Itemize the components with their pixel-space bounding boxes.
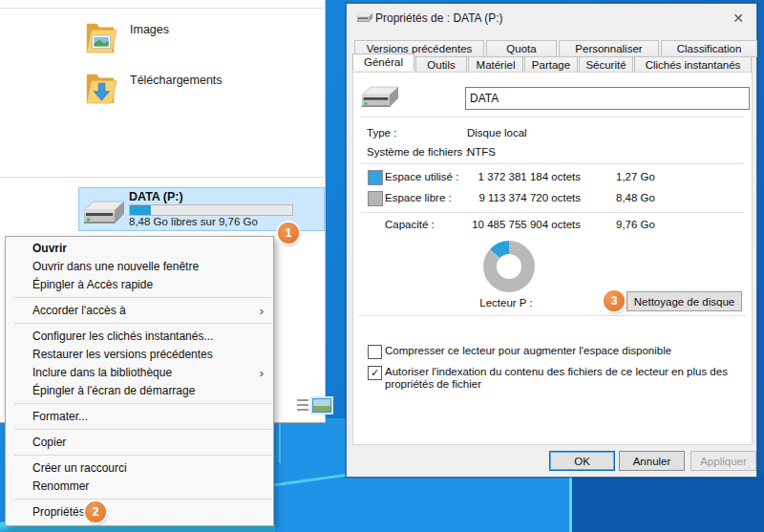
menu-item-copier[interactable]: Copier [6, 434, 273, 452]
submenu-arrow-icon: › [260, 302, 264, 320]
desktop-wallpaper-dark-pane [571, 475, 764, 532]
compress-checkbox-label: Compresser ce lecteur pour augmenter l'e… [385, 345, 671, 356]
details-view-icon[interactable] [297, 399, 308, 412]
view-mode-toggles [297, 398, 331, 413]
windows-desktop: Images Téléchargements DATA (P:) 8,48 Go… [0, 0, 764, 532]
explorer-group-divider [0, 177, 324, 178]
tab-general[interactable]: Général [352, 53, 414, 71]
used-space-size: 1,27 Go [616, 171, 655, 182]
menu-item-label: Épingler à Accès rapide [32, 278, 153, 291]
folder-item-images[interactable]: Images [84, 17, 169, 55]
menu-item-formater[interactable]: Formater... [6, 408, 273, 426]
folder-label: Images [130, 17, 169, 36]
section-divider [361, 212, 744, 213]
menu-item-label: Restaurer les versions précédentes [32, 348, 213, 361]
menu-item-ouvrir-nouvelle-fenetre[interactable]: Ouvrir dans une nouvelle fenêtre [6, 258, 273, 276]
drive-icon-small [356, 12, 373, 23]
capacity-size: 9,76 Go [616, 219, 655, 230]
compress-checkbox[interactable] [368, 345, 382, 359]
desktop-logo-edge-short [279, 423, 281, 463]
close-icon[interactable]: ✕ [728, 9, 749, 28]
tab-page-general: Type : Disque local Système de fichiers … [352, 72, 753, 445]
menu-item-label: Créer un raccourci [32, 461, 127, 475]
images-folder-icon [84, 17, 118, 55]
free-space-label: Espace libre : [385, 192, 452, 203]
folder-label: Téléchargements [130, 68, 223, 87]
menu-item-proprietes[interactable]: Propriétés [6, 503, 273, 521]
folder-item-telechargements[interactable]: Téléchargements [84, 68, 223, 106]
used-space-fill [130, 205, 151, 215]
menu-item-configurer-cliches[interactable]: Configurer les clichés instantanés... [6, 328, 273, 346]
free-space-size: 8,48 Go [616, 192, 655, 203]
tab-quota[interactable]: Quota [486, 40, 557, 57]
section-divider [361, 163, 744, 164]
menu-item-creer-raccourci[interactable]: Créer un raccourci [6, 459, 273, 478]
index-checkbox-label: Autoriser l'indexation du contenu des fi… [385, 366, 746, 391]
menu-separator [14, 323, 271, 324]
menu-item-label: Ouvrir [32, 242, 67, 255]
menu-separator [14, 403, 271, 404]
annotation-badge-3: 3 [604, 290, 625, 311]
capacity-bytes: 10 485 755 904 octets [449, 219, 581, 230]
drive-letter-label: Lecteur P : [454, 297, 559, 309]
menu-item-epingler-demarrage[interactable]: Épingler à l'écran de démarrage [6, 382, 273, 400]
menu-separator [14, 499, 271, 500]
menu-item-accorder-acces[interactable]: Accorder l'accès à› [6, 302, 273, 320]
menu-item-restaurer-versions[interactable]: Restaurer les versions précédentes [6, 346, 273, 364]
free-space-bar [129, 204, 293, 216]
menu-separator [14, 455, 271, 456]
menu-item-ouvrir[interactable]: Ouvrir [6, 240, 273, 258]
menu-item-label: Propriétés [32, 505, 85, 519]
submenu-arrow-icon: › [260, 364, 264, 382]
tab-classification[interactable]: Classification [661, 40, 757, 57]
dialog-title: Propriétés de : DATA (P:) [375, 11, 503, 25]
explorer-header-divider [0, 8, 324, 9]
type-label: Type : [367, 127, 396, 138]
disk-usage-donut [483, 241, 535, 292]
drive-icon [361, 85, 399, 110]
tab-row-back: Versions précédentes Quota Personnaliser… [354, 40, 757, 57]
used-space-swatch [368, 170, 383, 185]
drive-name: DATA (P:) [129, 190, 183, 203]
menu-item-label: Ouvrir dans une nouvelle fenêtre [32, 260, 199, 273]
apply-button: Appliquer [690, 451, 756, 471]
properties-dialog: Propriétés de : DATA (P:) ✕ Versions pré… [346, 3, 757, 478]
drive-free-text: 8,48 Go libres sur 9,76 Go [129, 216, 258, 227]
tab-personnaliser[interactable]: Personnaliser [559, 40, 659, 57]
menu-item-inclure-bibliotheque[interactable]: Inclure dans la bibliothèque› [6, 364, 273, 382]
thumbnails-view-icon[interactable] [312, 398, 331, 413]
type-value: Disque local [467, 127, 527, 138]
menu-item-label: Épingler à l'écran de démarrage [32, 384, 195, 397]
index-checkbox[interactable]: ✓ [368, 366, 382, 380]
drive-icon [83, 200, 125, 226]
ok-button[interactable]: OK [549, 451, 615, 471]
used-space-bytes: 1 372 381 184 octets [449, 171, 581, 182]
menu-item-label: Inclure dans la bibliothèque [32, 366, 172, 379]
menu-item-label: Configurer les clichés instantanés... [32, 330, 213, 343]
menu-item-label: Formater... [32, 410, 88, 423]
menu-separator [14, 429, 271, 430]
menu-item-label: Copier [32, 436, 66, 449]
cancel-button[interactable]: Annuler [619, 451, 685, 471]
annotation-badge-2: 2 [85, 501, 106, 522]
context-menu: Ouvrir Ouvrir dans une nouvelle fenêtre … [5, 236, 274, 526]
dialog-titlebar[interactable]: Propriétés de : DATA (P:) ✕ [347, 4, 756, 32]
menu-item-label: Accorder l'accès à [32, 304, 126, 317]
menu-item-epingler-acces-rapide[interactable]: Épingler à Accès rapide [6, 276, 273, 294]
free-space-bytes: 9 113 374 720 octets [449, 192, 581, 203]
menu-separator [14, 297, 271, 298]
filesystem-label: Système de fichiers : [367, 146, 469, 158]
desktop-logo-edge-vertical [569, 475, 572, 532]
free-space-swatch [368, 191, 383, 206]
annotation-badge-1: 1 [278, 223, 299, 244]
downloads-folder-icon [84, 68, 118, 106]
used-space-label: Espace utilisé : [385, 171, 458, 182]
capacity-label: Capacité : [385, 219, 435, 230]
drive-name-input[interactable] [465, 87, 750, 110]
section-divider [361, 117, 744, 117]
menu-item-renommer[interactable]: Renommer [6, 478, 273, 496]
menu-item-label: Renommer [32, 479, 89, 493]
filesystem-value: NTFS [467, 146, 496, 158]
section-divider [359, 315, 746, 316]
disk-cleanup-button[interactable]: Nettoyage de disque [626, 291, 742, 311]
